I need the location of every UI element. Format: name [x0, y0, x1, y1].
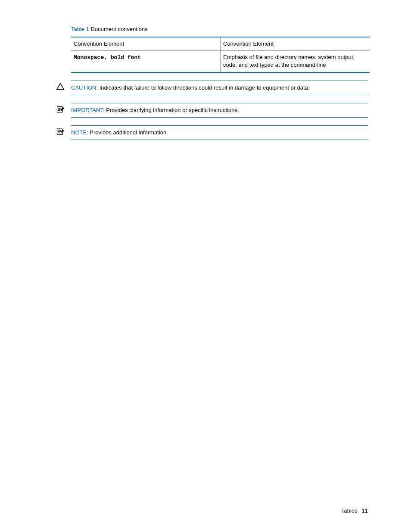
note-text: Provides additional information.	[88, 129, 168, 136]
caution-text: Indicates that failure to follow directi…	[98, 84, 309, 91]
caution-notice: CAUTION: Indicates that failure to follo…	[56, 81, 368, 95]
table-caption: Table 1 Document conventions	[71, 26, 368, 32]
note-label: NOTE:	[71, 129, 88, 136]
document-conventions-table: Convention Element Convention Element Mo…	[71, 37, 370, 73]
caution-icon	[56, 81, 71, 91]
footer-section: Tables	[341, 507, 358, 514]
table-cell: Monospace, bold font	[71, 51, 221, 72]
important-text: Provides clarifying information or speci…	[105, 107, 239, 113]
note-notice: NOTE: Provides additional information.	[56, 125, 368, 140]
note-icon	[56, 125, 71, 136]
table-header-cell: Convention Element	[221, 37, 370, 51]
important-content: IMPORTANT: Provides clarifying informati…	[71, 103, 368, 118]
caution-content: CAUTION: Indicates that failure to follo…	[71, 81, 368, 95]
important-label: IMPORTANT:	[71, 107, 105, 113]
caution-label: CAUTION:	[71, 84, 98, 91]
table-number-link[interactable]: Table 1	[71, 26, 89, 32]
monospace-bold-sample: Monospace, bold font	[74, 54, 141, 61]
table-caption-text: Document conventions	[89, 26, 148, 32]
important-notice: IMPORTANT: Provides clarifying informati…	[56, 103, 368, 118]
footer-page-number: 11	[362, 507, 368, 514]
important-icon	[56, 103, 71, 113]
note-content: NOTE: Provides additional information.	[71, 125, 368, 140]
page-footer: Tables11	[341, 507, 368, 514]
table-header-row: Convention Element Convention Element	[71, 37, 370, 51]
table-cell: Emphasis of file and directory names, sy…	[221, 51, 370, 72]
table-row: Monospace, bold font Emphasis of file an…	[71, 51, 370, 72]
table-header-cell: Convention Element	[71, 37, 221, 51]
